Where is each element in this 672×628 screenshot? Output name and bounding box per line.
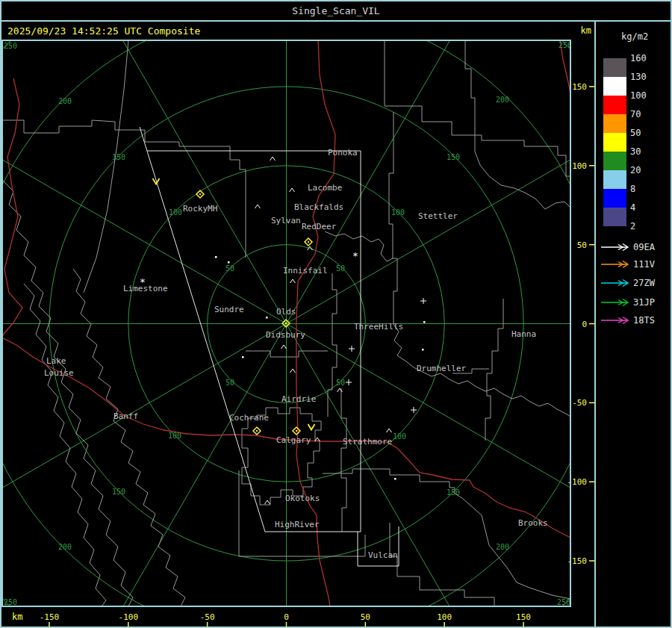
colorbar-tick-label: 30 xyxy=(630,147,660,156)
station-arrow-icon xyxy=(600,316,630,325)
svg-text:150: 150 xyxy=(112,153,125,161)
colorbar-tick-label: 2 xyxy=(630,222,660,231)
dot-marker xyxy=(423,321,426,323)
svg-text:150: 150 xyxy=(572,82,587,92)
station-legend-item: 31JP xyxy=(600,297,655,308)
dot-marker xyxy=(394,478,396,480)
svg-text:50: 50 xyxy=(336,379,345,387)
city-label: RedDeer xyxy=(302,222,337,231)
caret-marker xyxy=(255,205,261,208)
vee-marker xyxy=(308,424,315,430)
radar-app-window: Single_Scan_VIL 2025/09/23 14:52:25 UTC … xyxy=(0,0,672,628)
svg-text:250: 250 xyxy=(557,598,570,606)
main-area: 2025/09/23 14:52:25 UTC Compositekm50505… xyxy=(1,22,671,627)
svg-text:0: 0 xyxy=(582,320,587,329)
station-arrow-icon xyxy=(600,260,630,269)
svg-text:100: 100 xyxy=(169,208,182,217)
bottom-axis-unit-label: km xyxy=(12,612,22,622)
svg-text:50: 50 xyxy=(361,612,370,622)
plus-marker xyxy=(346,379,352,385)
city-label: Innisfail xyxy=(283,266,328,276)
svg-text:150: 150 xyxy=(112,488,125,496)
colorbar-swatch xyxy=(603,58,626,77)
colorbar-tick-label: 130 xyxy=(630,72,660,81)
map-panel: 2025/09/23 14:52:25 UTC Compositekm50505… xyxy=(1,22,594,627)
bottom-axis: km-150-100-50050100150 xyxy=(12,612,531,627)
station-legend-item: 18TS xyxy=(600,315,655,326)
window-title: Single_Scan_VIL xyxy=(292,5,379,16)
colorbar-tick-label: 160 xyxy=(630,54,660,63)
station-id-label: 111V xyxy=(633,259,655,270)
colorbar-tick-label: 50 xyxy=(630,128,660,137)
city-label: Blackfalds xyxy=(294,202,343,212)
svg-text:150: 150 xyxy=(447,153,460,161)
dot-marker xyxy=(266,317,268,319)
dot-marker xyxy=(242,356,244,358)
map-layers: 5050505010010010010015015015015020020020… xyxy=(1,22,594,627)
right-axis-unit-label: km xyxy=(581,25,591,36)
plus-marker xyxy=(411,407,417,413)
city-label: Limestone xyxy=(123,284,168,293)
caret-marker xyxy=(270,157,276,161)
station-arrow-icon xyxy=(600,279,630,287)
radar-map[interactable]: 2025/09/23 14:52:25 UTC Compositekm50505… xyxy=(1,22,594,627)
svg-text:200: 200 xyxy=(496,96,509,104)
city-label: Lake xyxy=(46,356,66,366)
city-label: RockyMH xyxy=(183,204,217,214)
star-marker: * xyxy=(352,250,358,261)
colorbar-swatch xyxy=(603,77,626,96)
svg-text:100: 100 xyxy=(391,208,405,217)
svg-text:200: 200 xyxy=(496,543,509,551)
station-id-label: 18TS xyxy=(633,315,655,326)
svg-text:100: 100 xyxy=(437,612,452,622)
city-label: Cochrane xyxy=(229,413,269,423)
caret-marker xyxy=(290,279,296,283)
city-label: Okotoks xyxy=(285,494,320,503)
caret-marker xyxy=(290,188,295,192)
svg-text:50: 50 xyxy=(225,379,234,387)
city-label: Ponoka xyxy=(328,148,358,158)
colorbar-tick-label: 100 xyxy=(630,91,660,100)
svg-text:100: 100 xyxy=(572,161,587,171)
station-legend-item: 111V xyxy=(600,259,655,270)
city-label: ThreeHills xyxy=(354,322,403,332)
svg-text:200: 200 xyxy=(58,543,72,551)
svg-text:0: 0 xyxy=(284,612,289,622)
city-label: Sundre xyxy=(214,305,244,314)
svg-text:-150: -150 xyxy=(40,612,60,622)
colorbar-swatch xyxy=(603,189,626,208)
city-label: HighRiver xyxy=(275,520,320,529)
svg-text:250: 250 xyxy=(4,598,17,606)
caret-marker xyxy=(290,369,296,373)
station-arrow-icon xyxy=(600,298,630,307)
svg-text:-50: -50 xyxy=(200,612,215,622)
city-label: Lacombe xyxy=(308,183,342,193)
caret-marker xyxy=(387,429,392,432)
city-label: Drumheller xyxy=(417,364,467,373)
timestamp-label: 2025/09/23 14:52:25 UTC Composite xyxy=(7,25,200,37)
colorbar-swatch xyxy=(603,208,626,226)
colorbar-tick-label: 20 xyxy=(630,166,660,175)
city-label: Strathmore xyxy=(343,437,392,447)
svg-text:50: 50 xyxy=(336,264,345,273)
dot-marker xyxy=(422,349,424,351)
dot-marker xyxy=(215,256,217,258)
svg-text:250: 250 xyxy=(4,42,17,50)
city-label: Olds xyxy=(276,307,296,317)
city-label: Brooks xyxy=(518,518,548,528)
city-label: Didsbury xyxy=(266,330,305,340)
polar-grid xyxy=(1,22,594,627)
svg-text:100: 100 xyxy=(168,432,181,440)
svg-text:150: 150 xyxy=(447,488,460,497)
colorbar-tick-label: 4 xyxy=(630,203,660,212)
svg-text:200: 200 xyxy=(58,97,72,105)
colorbar-swatch xyxy=(603,152,626,170)
plus-marker xyxy=(420,298,426,304)
colorbar-tick-label: 8 xyxy=(630,184,660,193)
station-arrow-icon xyxy=(600,243,630,252)
colorbar-swatch xyxy=(603,96,626,114)
legend-sidebar: kg/m2 16013010070503020842 09EA111V27ZW3… xyxy=(594,22,671,627)
scan-area-outline xyxy=(140,127,399,566)
dot-marker xyxy=(228,261,230,264)
station-id-label: 09EA xyxy=(633,242,655,252)
